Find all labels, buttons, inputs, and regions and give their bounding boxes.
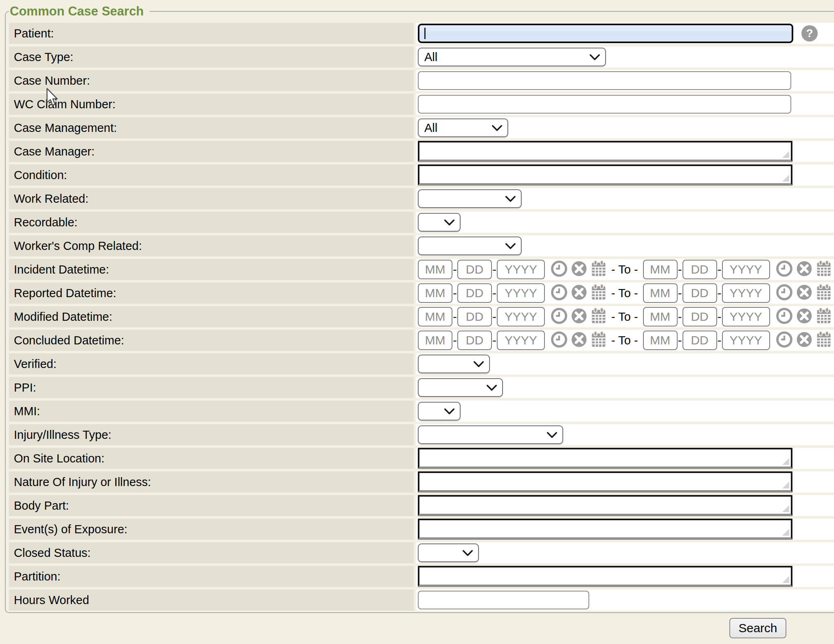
field-control-cell: --- To --- [416, 306, 834, 327]
reported-datetime-from-calendar-icon[interactable] [591, 284, 606, 302]
incident-datetime-from-calendar-icon[interactable] [591, 260, 606, 279]
reported-datetime-to-month-input[interactable] [643, 283, 678, 303]
patient-input[interactable] [418, 24, 793, 43]
work-related-select[interactable] [418, 189, 522, 208]
incident-datetime-from-clock-icon[interactable] [551, 261, 567, 278]
reported-datetime-to-year-input[interactable] [722, 283, 770, 303]
field-label-cell: Nature Of Injury or Illness: [9, 471, 414, 493]
patient-label: Patient: [14, 27, 54, 40]
field-control-cell [416, 188, 834, 209]
concluded-datetime-to-month-input[interactable] [643, 331, 678, 350]
wc-claim-number-input[interactable] [418, 95, 791, 114]
modified-datetime-to-year-input[interactable] [722, 307, 770, 326]
field-control-cell [416, 353, 834, 375]
concluded-datetime-from-month-input[interactable] [418, 331, 452, 350]
field-control-cell: --- To --- [416, 283, 834, 304]
incident-datetime-from-month-input[interactable] [418, 260, 452, 279]
form-row-verified: Verified: [9, 353, 834, 375]
concluded-datetime-to-clear-icon[interactable] [796, 331, 812, 349]
modified-datetime-from-clock-icon[interactable] [551, 308, 567, 326]
modified-datetime-from-day-input[interactable] [457, 307, 492, 326]
modified-datetime-to-month-input[interactable] [643, 307, 678, 326]
field-control-cell [416, 566, 834, 587]
concluded-datetime-to-clock-icon[interactable] [776, 331, 792, 349]
hours-worked-input[interactable] [418, 591, 589, 609]
concluded-datetime-to-year-input[interactable] [722, 331, 770, 350]
reported-datetime-to-clear-icon[interactable] [796, 284, 812, 302]
events-of-exposure-textarea[interactable] [418, 519, 792, 540]
concluded-datetime-from-clock-icon[interactable] [551, 331, 567, 349]
body-part-textarea-wrap [418, 495, 792, 516]
case-manager-textarea[interactable] [418, 141, 792, 162]
field-control-cell [416, 424, 834, 445]
incident-datetime-to-month-input[interactable] [643, 260, 678, 279]
closed-status-select[interactable] [418, 543, 479, 562]
reported-datetime-from-clock-icon[interactable] [551, 284, 567, 302]
form-row-case-type: Case Type:All [9, 46, 834, 68]
events-of-exposure-label: Event(s) of Exposure: [14, 523, 127, 536]
incident-datetime-to-clock-icon[interactable] [776, 261, 792, 278]
concluded-datetime-from-year-input[interactable] [497, 331, 545, 350]
verified-label: Verified: [14, 357, 57, 370]
modified-datetime-to-clear-icon[interactable] [796, 308, 812, 326]
wc-claim-number-label: WC Claim Number: [14, 98, 116, 111]
mmi-select[interactable] [418, 402, 461, 421]
modified-datetime-from-clear-icon[interactable] [571, 308, 587, 326]
search-button[interactable]: Search [729, 618, 786, 638]
incident-datetime-from-day-input[interactable] [457, 260, 492, 279]
concluded-datetime-from-clear-icon[interactable] [571, 331, 587, 349]
concluded-datetime-to-day-input[interactable] [683, 331, 717, 350]
form-row-nature-of-injury-or-illness: Nature Of Injury or Illness: [9, 471, 834, 493]
workers-comp-related-select[interactable] [418, 237, 522, 255]
field-control-cell: --- To --- [416, 259, 834, 280]
closed-status-label: Closed Status: [14, 546, 91, 559]
verified-select[interactable] [418, 355, 490, 373]
modified-datetime-from-calendar-icon[interactable] [591, 307, 606, 326]
nature-of-injury-or-illness-textarea-wrap [418, 471, 792, 493]
partition-textarea[interactable] [418, 566, 792, 587]
injury-illness-type-select[interactable] [418, 425, 563, 444]
form-row-condition: Condition: [9, 164, 834, 186]
reported-datetime-to-day-input[interactable] [683, 283, 717, 303]
reported-datetime-to-clock-icon[interactable] [776, 284, 792, 302]
concluded-datetime-from-day-input[interactable] [457, 331, 492, 350]
incident-datetime-to-day-input[interactable] [683, 260, 717, 279]
reported-datetime-to-calendar-icon[interactable] [816, 284, 832, 302]
modified-datetime-to-day-input[interactable] [683, 307, 717, 326]
nature-of-injury-or-illness-textarea[interactable] [418, 471, 792, 493]
incident-datetime-to-calendar-icon[interactable] [816, 260, 832, 279]
case-management-select[interactable]: All [418, 118, 508, 137]
concluded-datetime-from-calendar-icon[interactable] [591, 331, 606, 350]
incident-datetime-to-year-input[interactable] [722, 260, 770, 279]
field-control-cell [416, 589, 834, 611]
hours-worked-input-wrap [418, 591, 589, 609]
concluded-datetime-to-calendar-icon[interactable] [816, 331, 832, 350]
on-site-location-label: On Site Location: [14, 452, 104, 465]
case-type-select[interactable]: All [418, 48, 606, 66]
field-label-cell: Injury/Illness Type: [9, 424, 414, 445]
help-icon[interactable]: ? [801, 25, 818, 42]
condition-textarea[interactable] [418, 164, 792, 186]
date-separator: - [453, 263, 457, 276]
on-site-location-textarea[interactable] [418, 448, 792, 469]
reported-datetime-from-clear-icon[interactable] [571, 284, 587, 302]
recordable-select[interactable] [418, 213, 461, 232]
body-part-textarea[interactable] [418, 495, 792, 516]
case-number-input[interactable] [418, 71, 791, 90]
ppi-select[interactable] [418, 378, 503, 397]
date-separator: - [678, 263, 682, 276]
reported-datetime-from-day-input[interactable] [457, 283, 492, 303]
incident-datetime-from-year-input[interactable] [497, 260, 545, 279]
incident-datetime-to-clear-icon[interactable] [796, 261, 812, 278]
field-label-cell: Body Part: [9, 495, 414, 516]
form-row-concluded-datetime: Concluded Datetime:--- To --- [9, 330, 834, 351]
modified-datetime-from-year-input[interactable] [497, 307, 545, 326]
reported-datetime-from-month-input[interactable] [418, 283, 452, 303]
modified-datetime-to-calendar-icon[interactable] [816, 307, 832, 326]
incident-datetime-from-clear-icon[interactable] [571, 261, 587, 278]
modified-datetime-to-clock-icon[interactable] [776, 308, 792, 326]
modified-datetime-from-month-input[interactable] [418, 307, 452, 326]
reported-datetime-from-year-input[interactable] [497, 283, 545, 303]
concluded-datetime-label: Concluded Datetime: [14, 334, 124, 347]
common-case-search-page: { "legend": { "title": "Common Case Sear… [0, 0, 834, 644]
